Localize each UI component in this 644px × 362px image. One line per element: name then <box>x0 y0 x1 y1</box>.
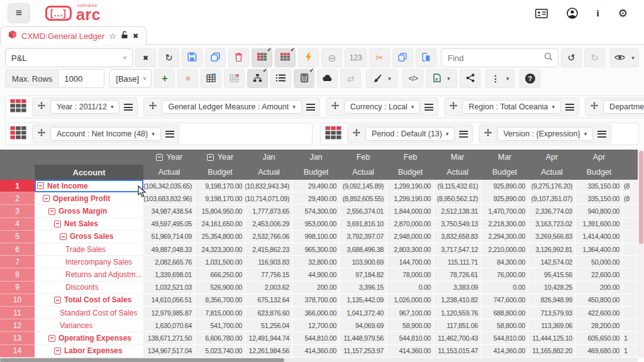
collapse-icon[interactable] <box>207 154 214 161</box>
grid-cell[interactable]: 11,444,125.10 <box>528 332 575 344</box>
grid-cell-partial[interactable] <box>623 205 638 217</box>
grid-cell[interactable]: 3,396.15 <box>340 282 387 294</box>
collapse-icon[interactable] <box>54 297 61 304</box>
grid-cell[interactable]: 24,161,650.00 <box>195 218 245 231</box>
row-number[interactable]: 13 <box>0 332 35 344</box>
collapse-icon[interactable] <box>54 221 61 228</box>
grid-cell[interactable]: 12,261,984.56 <box>245 345 292 358</box>
account-cell[interactable]: Operating Profit <box>35 192 143 205</box>
grid-cell[interactable]: 1,414,400.00 <box>575 231 623 243</box>
grid-cell[interactable]: 2,803,300.00 <box>387 243 434 256</box>
grid-cell-partial[interactable] <box>623 319 638 332</box>
row-number[interactable]: 12 <box>0 319 35 332</box>
help-button[interactable]: ? <box>519 69 540 88</box>
grid-cell[interactable]: 3,750,549.13 <box>434 218 481 231</box>
grid-cell[interactable]: 97,184.82 <box>340 268 387 281</box>
column-header-top[interactable]: Mar <box>481 150 528 165</box>
grid-cell[interactable]: 1,844,000.00 <box>387 205 434 217</box>
grid-cell[interactable]: 2,003.62 <box>245 282 292 294</box>
grid-cell[interactable]: 12,491,944.74 <box>245 332 292 344</box>
column-header-top[interactable]: Year <box>195 150 245 165</box>
transpose-button[interactable]: ⇄ <box>340 69 361 88</box>
grid-cell[interactable]: 32,800.00 <box>292 256 340 268</box>
column-header-bottom[interactable]: Budget <box>387 165 434 180</box>
grid-cell[interactable]: 0.00 <box>387 282 434 294</box>
grid-cell[interactable]: 9,198,170.00 <box>195 192 245 205</box>
grid-cell[interactable]: 925,890.00 <box>481 192 528 205</box>
close-tab-icon[interactable]: ✖ <box>133 32 138 40</box>
grid-cell[interactable]: 58,900.00 <box>387 319 434 332</box>
subset-list-icon[interactable] <box>165 131 174 138</box>
grid-cell[interactable]: 2,210,000.00 <box>481 243 528 256</box>
account-cell[interactable]: Net Sales <box>35 218 143 231</box>
auto-refresh-button[interactable] <box>298 48 319 67</box>
move-icon[interactable] <box>484 128 492 140</box>
grid-cell[interactable]: 134,967,517.04 <box>143 345 195 358</box>
grid-cell-partial[interactable]: 1 <box>623 345 638 358</box>
subset-list-icon[interactable] <box>459 131 468 138</box>
base-select[interactable]: [Base] ˅ <box>109 69 152 88</box>
undo-button[interactable]: ↺ <box>561 48 582 67</box>
grid-cell[interactable]: 34,987,438.54 <box>143 205 195 217</box>
grid-cell[interactable]: 2,082,665.76 <box>143 256 195 268</box>
grid-cell-partial[interactable] <box>623 294 638 307</box>
grid-cell[interactable]: 3,269,566.83 <box>528 231 575 243</box>
grid-cell[interactable]: 9,198,170.00 <box>195 180 245 192</box>
grid-cell[interactable]: (103,683,832.96) <box>143 192 195 205</box>
grid-cell[interactable]: 1,777,873.65 <box>245 205 292 217</box>
view-select[interactable]: P&L ˅ <box>5 48 133 67</box>
column-header-bottom[interactable]: Budget <box>292 165 340 180</box>
grid-cell[interactable]: 1,032,521.03 <box>143 282 195 294</box>
list-view-button[interactable] <box>270 69 291 88</box>
grid-cell[interactable]: 113,369.06 <box>528 319 575 332</box>
grid-cell[interactable]: 378,700.00 <box>292 294 340 307</box>
menu-button[interactable]: ≡ <box>8 3 30 23</box>
row-number[interactable]: 10 <box>0 294 35 307</box>
grid-cell[interactable]: 2,870,000.00 <box>387 218 434 231</box>
grid-cell-partial[interactable]: 1 <box>623 332 638 344</box>
grid-cell[interactable]: 1,339,698.01 <box>143 268 195 281</box>
collapse-icon[interactable] <box>48 335 55 342</box>
dimension-chip-measure[interactable]: General Ledger Measure : Amount▾ <box>143 97 319 116</box>
grid-cell[interactable]: 1,026,000.00 <box>387 294 434 307</box>
grid-cell[interactable]: 11,153,015.47 <box>434 345 481 358</box>
grid-cell[interactable]: 3,691,816.10 <box>340 218 387 231</box>
grid-cell[interactable]: 29,490.00 <box>292 192 340 205</box>
copy-cells-button[interactable] <box>392 48 413 67</box>
grid-cell[interactable]: 1,299,190.00 <box>387 192 434 205</box>
share-button[interactable] <box>460 69 480 88</box>
grid-cell[interactable]: 49,887,048.33 <box>143 243 195 256</box>
grid-cell[interactable]: 8,356,700.00 <box>195 294 245 307</box>
column-header-bottom[interactable]: Actual <box>340 165 387 180</box>
move-icon[interactable] <box>148 101 157 112</box>
grid-cell[interactable]: 84,300.00 <box>481 256 528 268</box>
grid-cell[interactable]: 7,815,000.00 <box>195 307 245 319</box>
grid-cell[interactable]: 116,903.83 <box>245 256 292 268</box>
grid-cell[interactable]: (9,115,432.61) <box>434 180 481 192</box>
paste-button[interactable] <box>416 48 436 67</box>
column-header-top[interactable]: Feb <box>387 150 434 165</box>
grid-cell[interactable]: 94,069.69 <box>340 319 387 332</box>
grid-cell-partial[interactable] <box>623 256 638 268</box>
grid-cell[interactable]: (9,092,145.89) <box>340 180 387 192</box>
contact-card-icon[interactable] <box>535 9 548 18</box>
dimension-chip-currency[interactable]: Currency : Local▾ <box>326 97 439 116</box>
grid-cell[interactable]: 50,000.00 <box>575 256 623 268</box>
subset-list-icon[interactable] <box>565 104 574 111</box>
settings-icon[interactable]: ⚙ <box>618 7 628 20</box>
grid-cell[interactable]: 3,163,723.02 <box>528 218 575 231</box>
duplicate-button[interactable] <box>205 48 226 67</box>
grid-cell[interactable]: 15,804,950.00 <box>195 205 245 217</box>
grid-cell[interactable]: 541,700.00 <box>195 319 245 332</box>
grid-cell[interactable]: 675,132.64 <box>245 294 292 307</box>
grid-cell-partial[interactable] <box>623 282 638 294</box>
account-cell[interactable]: Variances <box>35 319 143 332</box>
grid-cell[interactable]: 6,606,780.00 <box>195 332 245 344</box>
grid-cell-partial[interactable] <box>623 307 638 319</box>
grid-cell[interactable]: 544,810.00 <box>387 332 434 344</box>
grid-cell[interactable]: 11,462,700.43 <box>434 332 481 344</box>
grid-cell[interactable]: 940,800.00 <box>575 205 623 217</box>
redo-button[interactable]: ↻ <box>584 48 605 67</box>
grid-cell[interactable]: (9,107,351.07) <box>528 192 575 205</box>
grid-cell[interactable]: (9,275,176.20) <box>528 180 575 192</box>
